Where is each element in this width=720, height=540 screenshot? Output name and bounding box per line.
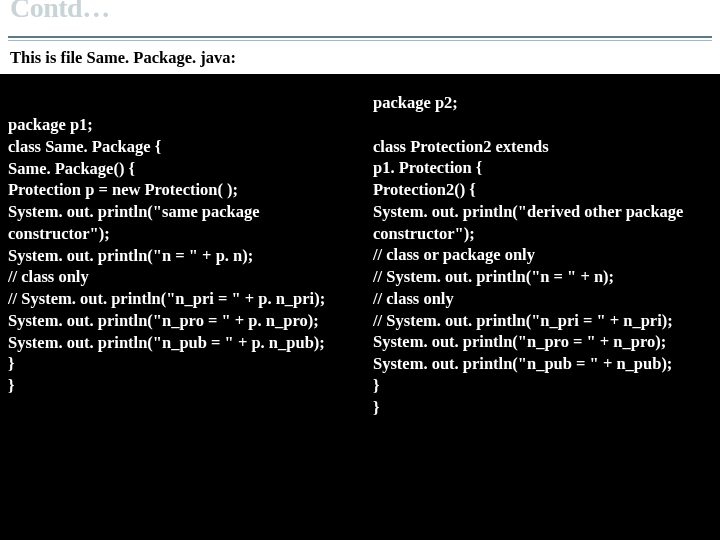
title-underline: [8, 36, 712, 38]
title-underline-thin: [8, 40, 712, 41]
content-area: package p1; class Same. Package { Same. …: [0, 74, 720, 426]
slide-title: Contd…: [10, 0, 710, 22]
right-code-block: package p2; class Protection2 extends p1…: [367, 92, 712, 418]
subtitle: This is file Same. Package. java:: [0, 44, 720, 74]
left-code-block: package p1; class Same. Package { Same. …: [8, 114, 347, 418]
slide: Contd… This is file Same. Package. java:…: [0, 0, 720, 540]
title-area: Contd…: [0, 0, 720, 44]
